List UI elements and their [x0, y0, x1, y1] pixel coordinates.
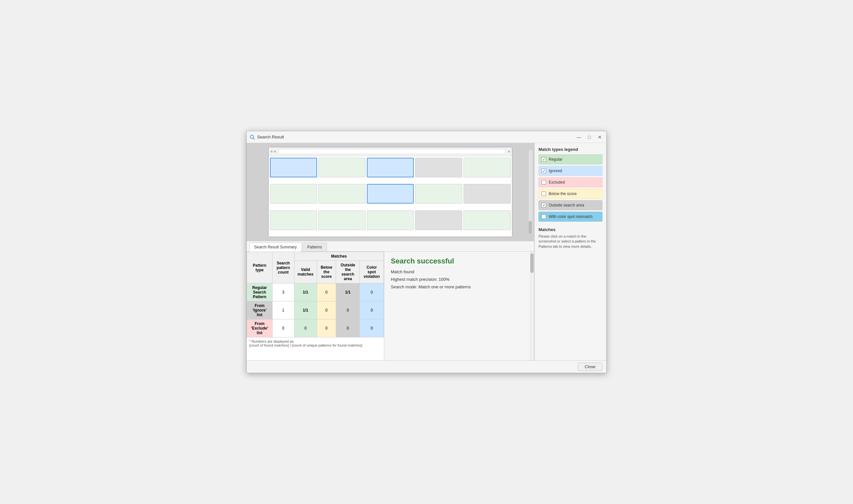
table-row-ignore: From 'Ignore' list 1 1/1 0 0 0: [247, 302, 384, 320]
thumbnail-7: [318, 184, 366, 203]
legend-item-ignored[interactable]: Ignored: [539, 166, 603, 176]
result-scrollbar-thumb: [530, 253, 534, 273]
col-below-header: Below the score: [317, 261, 336, 284]
tab-summary[interactable]: Search Result Summary: [249, 242, 302, 252]
legend-checkbox-regular[interactable]: [541, 157, 546, 162]
cell-exclude-name: From 'Exclude' list: [247, 320, 273, 338]
col-pattern-header: Pattern type: [247, 252, 273, 284]
matches-title: Matches: [539, 227, 603, 232]
thumbnail-1: [270, 158, 317, 177]
cell-exclude-outside: 0: [336, 320, 360, 338]
bottom-panel: Search Result Summary Patterns Pattern t…: [247, 241, 534, 360]
footer: Close: [247, 360, 606, 373]
thumbnail-13: [367, 211, 414, 230]
thumbnail-14: [415, 211, 462, 230]
window-controls: — □ ✕: [575, 133, 604, 141]
matches-hint: Please click on a match in the screensho…: [539, 234, 603, 249]
cell-regular-count: 3: [272, 284, 294, 302]
browser-nav-dot3: [508, 150, 510, 152]
col-matches-header: Matches: [294, 252, 384, 261]
legend-label-excluded: Excluded: [549, 180, 565, 184]
right-panel: Match types legend Regular Ignored Exclu…: [534, 143, 606, 360]
table-footnote: * Numbers are displayed as: [count of fo…: [247, 338, 384, 349]
thumbnail-11: [270, 211, 317, 230]
cell-regular-color: 0: [360, 284, 384, 302]
legend-item-regular[interactable]: Regular: [539, 155, 603, 164]
browser-topbar: [268, 147, 512, 157]
cell-regular-outside: 1/1: [336, 284, 360, 302]
minimize-button[interactable]: —: [575, 133, 583, 141]
close-button[interactable]: Close: [578, 363, 603, 371]
cell-ignore-valid: 1/1: [294, 302, 317, 320]
col-valid-header: Valid matches: [294, 261, 317, 284]
cell-exclude-color: 0: [360, 320, 384, 338]
cell-exclude-count: 0: [272, 320, 294, 338]
tabs-bar: Search Result Summary Patterns: [247, 241, 534, 252]
thumbnail-9: [415, 184, 462, 203]
cell-ignore-outside: 0: [336, 302, 360, 320]
result-table: Pattern type Search pattern count Matche…: [247, 252, 384, 338]
browser-urlbar: [278, 149, 505, 154]
table-section: Pattern type Search pattern count Matche…: [247, 252, 384, 360]
cell-ignore-below: 0: [317, 302, 336, 320]
tab-patterns[interactable]: Patterns: [302, 242, 327, 251]
legend-item-below[interactable]: Below the score: [539, 189, 603, 199]
col-outside-header: Outside the search area: [336, 261, 360, 284]
table-result-area: Pattern type Search pattern count Matche…: [247, 252, 534, 360]
screenshot-area: [247, 143, 534, 241]
legend-checkbox-excluded[interactable]: [541, 180, 546, 184]
cell-ignore-color: 0: [360, 302, 384, 320]
legend-item-excluded[interactable]: Excluded: [539, 177, 603, 187]
legend-checkbox-color-spot[interactable]: [541, 214, 546, 219]
thumbnail-6: [270, 184, 317, 203]
legend-item-outside[interactable]: Outside search area: [539, 200, 603, 210]
legend-checkbox-below[interactable]: [541, 192, 546, 196]
cell-ignore-name: From 'Ignore' list: [247, 302, 273, 320]
title-bar: Search Result — □ ✕: [247, 131, 606, 143]
thumbnail-3: [367, 158, 414, 177]
left-panel: Search Result Summary Patterns Pattern t…: [247, 143, 534, 360]
match-found-text: Match found: [391, 269, 523, 274]
legend-label-below: Below the score: [549, 192, 576, 196]
legend-label-ignored: Ignored: [549, 168, 562, 173]
svg-line-1: [253, 138, 255, 140]
maximize-button[interactable]: □: [585, 133, 593, 141]
table-row-regular: Regular Search Pattern 3 1/1 0 1/1 0: [247, 284, 384, 302]
legend-title: Match types legend: [539, 147, 603, 152]
footnote-line1: * Numbers are displayed as:: [249, 339, 295, 343]
browser-sim: [268, 147, 512, 237]
screenshot-inner: [247, 143, 534, 241]
screenshot-scrollbar-thumb: [529, 221, 532, 234]
legend-checkbox-outside[interactable]: [541, 203, 546, 208]
thumbnail-12: [318, 211, 366, 230]
screenshot-scrollbar[interactable]: [529, 149, 533, 234]
cell-regular-below: 0: [317, 284, 336, 302]
cell-regular-valid: 1/1: [294, 284, 317, 302]
result-scrollbar[interactable]: [530, 252, 534, 360]
thumbnail-15: [464, 211, 511, 230]
result-info: Search successful Match found Highest ma…: [384, 252, 530, 360]
thumbnail-4: [415, 158, 462, 177]
col-color-header: Color spot violation: [360, 261, 384, 284]
thumbnail-5: [464, 158, 511, 177]
mode-text: Search mode: Match one or more patterns: [391, 284, 523, 289]
svg-point-0: [250, 135, 254, 139]
window-title: Search Result: [257, 134, 575, 140]
legend-checkbox-ignored[interactable]: [541, 168, 546, 173]
search-success-title: Search successful: [391, 257, 523, 266]
legend-label-color-spot: With color spot mismatch: [549, 214, 593, 219]
thumbnail-2: [318, 158, 366, 177]
close-title-button[interactable]: ✕: [596, 133, 604, 141]
legend-item-color-spot[interactable]: With color spot mismatch: [539, 212, 603, 221]
cell-exclude-valid: 0: [294, 320, 317, 338]
browser-content: [268, 157, 512, 237]
browser-nav-dot: [271, 150, 273, 152]
col-count-header: Search pattern count: [272, 252, 294, 284]
legend-label-outside: Outside search area: [549, 203, 584, 208]
cell-exclude-below: 0: [317, 320, 336, 338]
table-row-exclude: From 'Exclude' list 0 0 0 0 0: [247, 320, 384, 338]
browser-nav-dot2: [274, 150, 276, 152]
cell-regular-name: Regular Search Pattern: [247, 284, 273, 302]
app-icon: [249, 134, 255, 140]
cell-ignore-count: 1: [272, 302, 294, 320]
